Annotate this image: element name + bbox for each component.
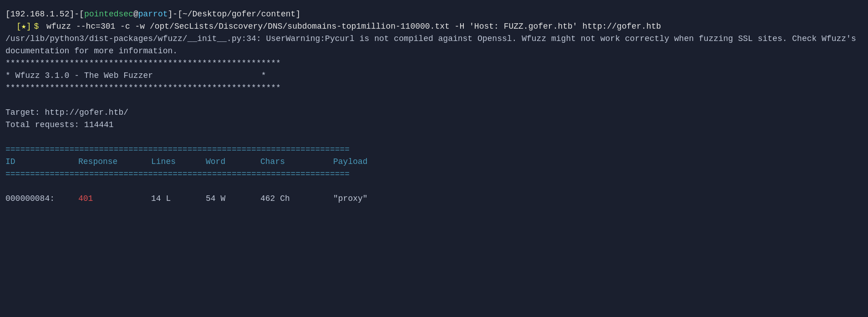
total-requests-line: Total requests: 114441 <box>5 119 863 131</box>
blank-line-2 <box>5 131 863 143</box>
result-chars: 462 Ch <box>260 193 333 205</box>
username: pointedsec <box>84 8 133 20</box>
dash2: - <box>173 8 178 20</box>
col-word: Word <box>206 156 260 168</box>
warning-line: /usr/lib/python3/dist-packages/wfuzz/__i… <box>5 33 863 57</box>
result-word: 54 W <box>206 193 260 205</box>
star-symbol: [★] <box>16 20 31 33</box>
current-path: ~/Desktop/gofer/content <box>183 8 295 20</box>
bracket-ip: [ <box>5 8 10 20</box>
bracket-path-close: ] <box>295 8 300 20</box>
col-id: ID <box>5 156 78 168</box>
bracket-user-close: ] <box>168 8 173 20</box>
col-chars: Chars <box>260 156 333 168</box>
dash1: - <box>74 8 79 20</box>
command-line: [★]$ wfuzz --hc=301 -c -w /opt/SecLists/… <box>5 20 863 33</box>
result-id: 000000084: <box>5 193 78 205</box>
table-row: 000000084:40114 L54 W462 Ch"proxy" <box>5 193 863 205</box>
total-label: Total requests: <box>5 120 79 129</box>
separator-equals-1: ========================================… <box>5 143 863 156</box>
total-value: 114441 <box>84 120 114 129</box>
col-lines: Lines <box>151 156 206 168</box>
separator-equals-2: ========================================… <box>5 168 863 180</box>
blank-line-1 <box>5 94 863 107</box>
command-text: wfuzz --hc=301 -c -w /opt/SecLists/Disco… <box>46 20 661 33</box>
terminal-window: [192.168.1.52]-[pointedsec@parrot]-[~/De… <box>0 5 868 209</box>
result-response: 401 <box>78 193 151 205</box>
wfuzz-title-line: * Wfuzz 3.1.0 - The Web Fuzzer * <box>5 70 863 82</box>
separator-stars-1: ****************************************… <box>5 57 863 70</box>
target-url: http://gofer.htb/ <box>45 108 128 117</box>
blank-line-3 <box>5 180 863 193</box>
bracket-user-open: [ <box>79 8 84 20</box>
result-lines: 14 L <box>151 193 206 205</box>
ip-address: 192.168.1.52 <box>10 8 70 20</box>
col-response: Response <box>78 156 151 168</box>
bracket-path-open: [ <box>178 8 183 20</box>
result-payload: "proxy" <box>333 194 368 203</box>
prompt-header-line: [192.168.1.52]-[pointedsec@parrot]-[~/De… <box>5 8 863 20</box>
col-payload: Payload <box>333 157 368 166</box>
target-line: Target: http://gofer.htb/ <box>5 107 863 119</box>
dollar-symbol: $ <box>34 20 39 33</box>
at-sign: @ <box>133 8 138 20</box>
separator-stars-2: ****************************************… <box>5 82 863 94</box>
bracket-ip-close: ] <box>69 8 74 20</box>
target-label: Target: <box>5 108 40 117</box>
hostname: parrot <box>138 8 168 20</box>
table-header: IDResponseLinesWordCharsPayload <box>5 156 863 168</box>
